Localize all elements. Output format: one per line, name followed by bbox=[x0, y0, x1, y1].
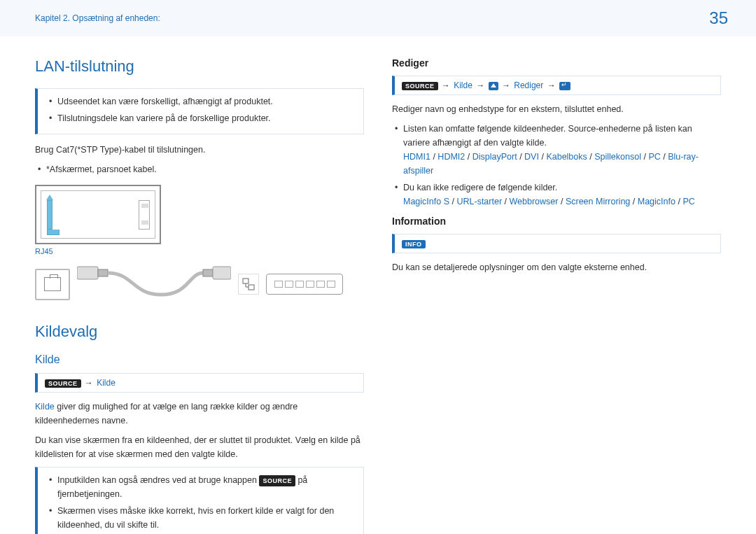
arrow-icon: → bbox=[85, 378, 93, 388]
list-item: Listen kan omfatte følgende kildeenheder… bbox=[392, 122, 721, 178]
note-item: Udseendet kan være forskelligt, afhængig… bbox=[46, 94, 355, 108]
note-item: Inputkilden kan også ændres ved at bruge… bbox=[46, 473, 355, 501]
network-icon bbox=[238, 274, 259, 295]
lan-sub-item: *Afskærmet, parsnoet kabel. bbox=[35, 162, 364, 176]
kilde-paragraph-2: Du kan vise skærmen fra en kildeenhed, d… bbox=[35, 433, 364, 461]
source-badge: SOURCE bbox=[259, 475, 295, 486]
arrow-icon: → bbox=[442, 80, 450, 90]
heading-information: Information bbox=[392, 216, 721, 227]
heading-kildevalg: Kildevalg bbox=[35, 323, 364, 341]
enter-button-icon bbox=[559, 82, 570, 90]
rj45-port-icon bbox=[35, 269, 70, 300]
content-area: LAN-tilslutning Udseendet kan være forsk… bbox=[0, 36, 756, 534]
rj45-label: RJ45 bbox=[35, 247, 161, 255]
lan-arrow-icon bbox=[43, 195, 63, 237]
kilde-paragraph-1: Kilde giver dig mulighed for at vælge en… bbox=[35, 400, 364, 428]
svg-rect-4 bbox=[243, 279, 248, 283]
note-box-kilde: Inputkilden kan også ændres ved at bruge… bbox=[35, 467, 364, 534]
port-panel-icon bbox=[139, 200, 150, 230]
info-paragraph: Du kan se detaljerede oplysninger om den… bbox=[392, 260, 721, 274]
left-column: LAN-tilslutning Udseendet kan være forsk… bbox=[35, 57, 364, 534]
info-badge: INFO bbox=[402, 240, 426, 248]
note-item: Skærmen vises måske ikke korrekt, hvis e… bbox=[46, 504, 355, 532]
page-header: Kapitel 2. Opsætning af enheden: 35 bbox=[0, 0, 756, 36]
svg-rect-2 bbox=[203, 269, 213, 276]
svg-rect-1 bbox=[98, 269, 108, 276]
source-badge: SOURCE bbox=[45, 379, 81, 388]
path-box-kilde: SOURCE → Kilde bbox=[35, 373, 364, 393]
path-kilde-link: Kilde bbox=[454, 80, 472, 90]
path-rediger-link: Rediger bbox=[514, 80, 543, 90]
note-box-lan: Udseendet kan være forskelligt, afhængig… bbox=[35, 88, 364, 134]
note-item: Tilslutningsdele kan variere på de forsk… bbox=[46, 111, 355, 125]
path-kilde-link: Kilde bbox=[97, 378, 115, 388]
heading-kilde: Kilde bbox=[35, 353, 364, 366]
path-box-rediger: SOURCE → Kilde → → Rediger → bbox=[392, 76, 721, 95]
svg-rect-3 bbox=[213, 267, 231, 279]
list-item: Du kan ikke redigere de følgende kilder.… bbox=[392, 181, 721, 209]
tv-back-illustration bbox=[35, 185, 161, 244]
lan-diagram: RJ45 bbox=[35, 185, 364, 309]
breadcrumb: Kapitel 2. Opsætning af enheden: bbox=[35, 13, 160, 23]
source-badge: SOURCE bbox=[402, 82, 438, 90]
rediger-paragraph: Rediger navn og enhedstype for en ekster… bbox=[392, 102, 721, 116]
arrow-icon: → bbox=[502, 80, 510, 90]
lan-cable-text: Brug Cat7(*STP Type)-kabel til tilslutni… bbox=[35, 143, 364, 157]
lan-cable-illustration bbox=[77, 260, 231, 309]
page-number: 35 bbox=[709, 8, 728, 28]
router-illustration bbox=[266, 274, 343, 295]
arrow-icon: → bbox=[476, 80, 484, 90]
svg-rect-5 bbox=[248, 285, 254, 290]
svg-rect-0 bbox=[77, 267, 98, 279]
path-box-info: INFO bbox=[392, 234, 721, 253]
heading-rediger: Rediger bbox=[392, 57, 721, 69]
up-button-icon bbox=[489, 82, 498, 90]
arrow-icon: → bbox=[547, 80, 556, 90]
right-column: Rediger SOURCE → Kilde → → Rediger → Red… bbox=[392, 57, 721, 534]
heading-lan: LAN-tilslutning bbox=[35, 57, 364, 76]
